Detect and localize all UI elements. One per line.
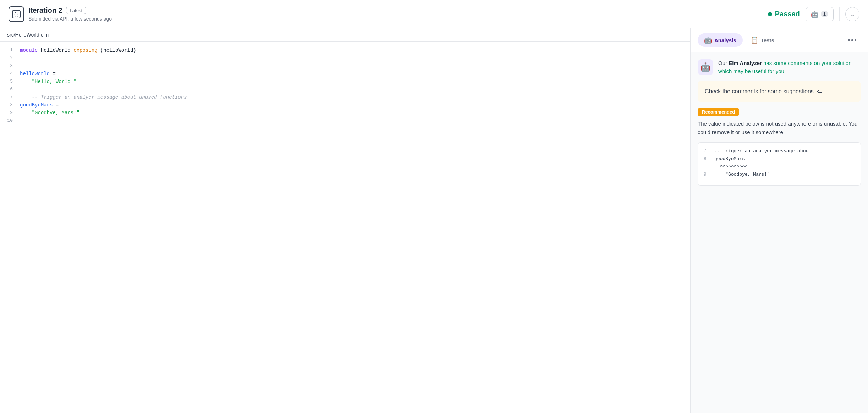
line-content: goodByeMars = [20,102,690,108]
code-line: 3 [0,63,690,71]
snippet-line-num: 8| [704,156,711,164]
code-panel: src/HelloWorld.elm 1module HelloWorld ex… [0,28,691,413]
code-token: helloWorld [20,71,50,77]
iteration-icon: {;} [9,6,24,22]
line-number: 7 [0,94,20,100]
snippet-line: 7|-- Trigger an analyer message abou [704,148,855,156]
header: {;} Iteration 2 Latest Submitted via API… [0,0,868,28]
app-container: {;} Iteration 2 Latest Submitted via API… [0,0,868,413]
code-token: HelloWorld [38,48,73,53]
analyzer-logo: 🤖 [698,59,713,75]
chevron-button[interactable]: ⌄ [845,7,859,21]
recommended-badge: Recommended [698,108,739,116]
line-number: 4 [0,71,20,76]
line-number: 10 [0,118,20,123]
panel-content: 🤖 Our Elm Analyzer has some comments on … [691,52,868,413]
panel-tabs: 🤖 Analysis 📋 Tests ••• [691,28,868,52]
code-line: 6 [0,86,690,94]
passed-label: Passed [775,10,800,18]
analyzer-intro: 🤖 Our Elm Analyzer has some comments on … [698,59,861,75]
line-content: -- Trigger an analyer message about unus… [20,94,690,100]
suggestion-text: Check the comments for some suggestions.… [705,88,823,94]
latest-badge: Latest [66,7,86,14]
svg-text:🤖: 🤖 [700,62,711,72]
code-token [20,110,32,116]
snippet-line-content: -- Trigger an analyer message abou [714,148,808,156]
snippet-line-num: 9| [704,172,711,180]
snippet-line: 8|goodByeMars = [704,156,855,164]
header-info: Iteration 2 Latest Submitted via API, a … [28,6,112,22]
analysis-tab-icon: 🤖 [704,36,712,44]
code-line: 4helloWorld = [0,71,690,78]
code-token: = [53,102,59,108]
iteration-title: Iteration 2 [28,6,62,15]
snippet-line-content: goodByeMars = [714,156,750,164]
line-content: "Hello, World!" [20,79,690,84]
snippet-line-content: "Goodbye, Mars!" [714,172,770,180]
snippet-line: 9| "Goodbye, Mars!" [704,172,855,180]
snippet-line-content: ^^^^^^^^^^ [714,164,748,172]
code-line: 10 [0,117,690,125]
snippet-line: ^^^^^^^^^^ [704,164,855,172]
submitted-subtitle: Submitted via API, a few seconds ago [28,16,112,22]
main-content: src/HelloWorld.elm 1module HelloWorld ex… [0,28,868,413]
tests-tab-icon: 📋 [751,36,758,44]
line-number: 3 [0,63,20,68]
code-token [20,79,32,84]
code-token: -- Trigger an analyer message about unus… [20,94,187,100]
code-token: (helloWorld) [97,48,136,53]
code-token: "Goodbye, Mars!" [32,110,79,116]
code-line: 8goodByeMars = [0,102,690,110]
code-line: 2 [0,55,690,63]
code-token: "Hello, World!" [32,79,77,84]
analysis-description-text: The value indicated below is not used an… [698,120,861,137]
line-content: module HelloWorld exposing (helloWorld) [20,48,690,53]
header-title-row: Iteration 2 Latest [28,6,112,15]
passed-badge: Passed [768,10,800,18]
line-content: "Goodbye, Mars!" [20,110,690,116]
code-area: 1module HelloWorld exposing (helloWorld)… [0,42,690,413]
mentor-count: 1 [821,11,828,17]
svg-text:{;}: {;} [13,12,21,17]
right-panel: 🤖 Analysis 📋 Tests ••• 🤖 [691,28,868,413]
suggestion-box: Check the comments for some suggestions.… [698,81,861,102]
analyzer-bold: Elm Analyzer [729,60,762,66]
code-snippet: 7|-- Trigger an analyer message abou8|go… [698,142,861,186]
code-line: 9 "Goodbye, Mars!" [0,110,690,117]
more-button[interactable]: ••• [844,34,861,46]
code-token: = [50,71,56,77]
header-divider [839,7,840,21]
line-number: 9 [0,110,20,115]
line-number: 1 [0,48,20,53]
analyzer-description: Our Elm Analyzer has some comments on yo… [718,59,861,75]
mentor-icon: 🤖 [811,10,819,18]
tests-tab-label: Tests [761,37,774,43]
passed-dot [768,12,772,16]
code-token: goodByeMars [20,102,53,108]
code-line: 7 -- Trigger an analyer message about un… [0,94,690,102]
line-number: 5 [0,79,20,84]
code-token: exposing [73,48,97,53]
snippet-line-num: 7| [704,148,711,156]
line-number: 6 [0,87,20,92]
tab-analysis[interactable]: 🤖 Analysis [698,33,743,47]
line-number: 2 [0,55,20,61]
tab-tests[interactable]: 📋 Tests [744,33,781,47]
code-line: 1module HelloWorld exposing (helloWorld) [0,47,690,55]
line-number: 8 [0,102,20,108]
header-left: {;} Iteration 2 Latest Submitted via API… [9,6,112,22]
code-token: module [20,48,38,53]
code-line: 5 "Hello, World!" [0,78,690,86]
file-tab[interactable]: src/HelloWorld.elm [0,28,690,42]
snippet-line-num [704,164,711,172]
chevron-icon: ⌄ [850,10,855,18]
analysis-tab-label: Analysis [714,37,736,43]
mentor-button[interactable]: 🤖 1 [806,7,834,21]
header-right: Passed 🤖 1 ⌄ [768,7,859,21]
line-content: helloWorld = [20,71,690,77]
